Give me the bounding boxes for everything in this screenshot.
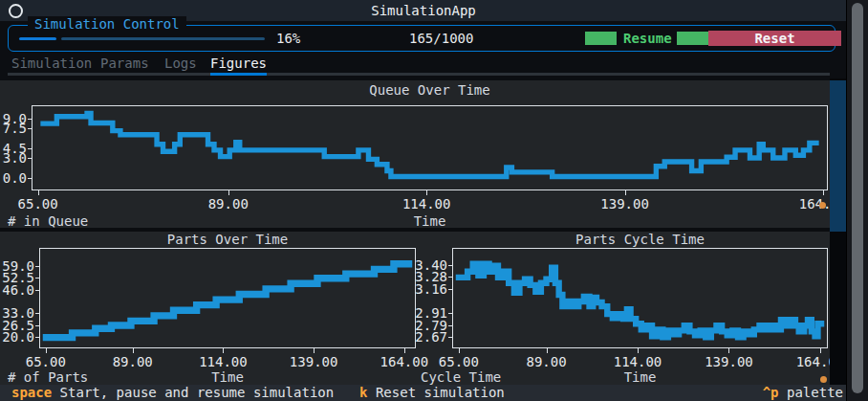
y-tick-mark: [35, 313, 39, 314]
x-tick-label: 89.00: [518, 355, 575, 368]
x-tick-mark: [638, 348, 639, 353]
resume-button[interactable]: Resume: [623, 26, 672, 51]
x-tick-label: 65.00: [10, 197, 67, 211]
orange-marker-dot: [820, 376, 827, 383]
progress-percent: 16%: [276, 26, 300, 51]
resume-button-indicator[interactable]: [585, 32, 617, 45]
x-tick-mark: [404, 348, 405, 353]
y-tick-label: 3.16: [413, 281, 447, 297]
figure-queue-over-time: Queue Over Time # in Queue Time 9.07.54.…: [0, 80, 830, 228]
chart-title: Parts Over Time: [39, 232, 416, 247]
progress-bar-fill: [19, 37, 56, 40]
x-tick-label: 139.00: [597, 197, 654, 211]
y-tick-label: 46.0: [0, 282, 34, 298]
y-tick-mark: [28, 128, 32, 129]
x-tick-mark: [38, 190, 39, 195]
y-tick-mark: [35, 337, 39, 338]
y-tick-mark: [35, 325, 39, 326]
x-axis-caption: Time: [452, 369, 828, 385]
y-tick-mark: [28, 148, 32, 149]
x-tick-mark: [46, 348, 47, 353]
figures-scrollbar-thumb[interactable]: [830, 80, 846, 232]
x-tick-label: 139.00: [285, 355, 342, 368]
series-line: [456, 264, 825, 338]
simulation-control-panel: Simulation Control 16% 165/1000 Resume R…: [8, 25, 835, 52]
key-hint-palette[interactable]: ^p: [763, 385, 779, 400]
x-tick-mark: [820, 348, 821, 353]
y-tick-mark: [448, 277, 452, 278]
y-tick-label: 3.0: [0, 150, 27, 166]
y-tick-mark: [35, 290, 39, 291]
x-axis-caption: Time: [32, 213, 828, 229]
progress-bar-remaining: [61, 37, 265, 40]
x-tick-mark: [426, 190, 427, 195]
series-line: [40, 113, 818, 176]
x-tick-label: 65.00: [17, 355, 75, 368]
key-hint-k[interactable]: k: [359, 385, 367, 400]
y-tick-label: 7.5: [0, 121, 27, 136]
tab-logs[interactable]: Logs: [164, 54, 197, 73]
x-tick-label: 114.00: [398, 197, 455, 211]
y-tick-mark: [28, 158, 32, 159]
chart-plot-area: [32, 105, 828, 190]
chart-title: Queue Over Time: [32, 82, 828, 98]
chart-plot-area: [452, 248, 828, 348]
x-tick-label: 139.00: [700, 355, 757, 368]
x-axis-caption: Time: [39, 369, 416, 385]
orange-marker-dot: [819, 202, 826, 209]
tab-underline-track: [8, 73, 830, 76]
y-tick-mark: [35, 278, 39, 278]
progress-count: 165/1000: [409, 26, 473, 51]
x-tick-mark: [223, 348, 224, 353]
footer-bar: space Start, pause and resume simulation…: [0, 385, 847, 401]
y-tick-mark: [448, 325, 452, 326]
y-tick-label: 2.67: [413, 329, 447, 345]
key-hint-k-desc[interactable]: Reset simulation: [376, 385, 505, 400]
reset-button-indicator[interactable]: [677, 32, 708, 45]
key-hint-space-desc[interactable]: Start, pause and resume simulation: [60, 385, 335, 400]
window-scrollbar-thumb[interactable]: [852, 3, 863, 393]
chart-title: Parts Cycle Time: [452, 232, 828, 247]
x-tick-mark: [133, 348, 134, 353]
y-tick-label: 0.0: [0, 170, 27, 186]
simulation-app-window: SimulationApp Simulation Control 16% 165…: [0, 0, 868, 401]
tab-active-underline: [210, 73, 267, 76]
y-tick-mark: [35, 266, 39, 267]
y-tick-mark: [28, 178, 32, 179]
y-tick-label: 20.0: [0, 329, 34, 345]
tab-figures[interactable]: Figures: [210, 54, 267, 73]
figure-parts-cycle-time: Parts Cycle Time Cycle Time Time 3.403.2…: [421, 232, 830, 385]
y-tick-mark: [28, 119, 32, 120]
x-tick-mark: [547, 348, 548, 353]
y-tick-mark: [448, 313, 452, 314]
x-tick-label: 114.00: [609, 355, 666, 368]
y-tick-mark: [448, 289, 452, 290]
x-tick-label: 114.00: [194, 355, 251, 368]
tab-simulation[interactable]: Simulation: [11, 54, 92, 73]
x-tick-mark: [625, 190, 626, 195]
x-tick-label: 89.00: [200, 197, 257, 211]
reset-button[interactable]: Reset: [708, 31, 841, 46]
tab-params[interactable]: Params: [100, 54, 149, 73]
y-tick-mark: [448, 337, 452, 338]
x-tick-mark: [314, 348, 315, 353]
key-hint-space[interactable]: space: [11, 385, 52, 400]
panel-legend: Simulation Control: [28, 16, 186, 32]
figure-parts-over-time: Parts Over Time # of Parts Time 59.052.5…: [0, 232, 424, 385]
chart-plot-area: [39, 248, 416, 348]
x-tick-label: 65.00: [430, 355, 488, 368]
x-tick-mark: [823, 190, 824, 195]
key-hint-palette-desc[interactable]: palette: [787, 385, 843, 400]
x-tick-mark: [228, 190, 229, 195]
series-line: [43, 264, 412, 338]
x-tick-label: 89.00: [104, 355, 162, 368]
x-tick-mark: [459, 348, 460, 353]
y-tick-mark: [448, 265, 452, 266]
x-tick-mark: [728, 348, 729, 353]
